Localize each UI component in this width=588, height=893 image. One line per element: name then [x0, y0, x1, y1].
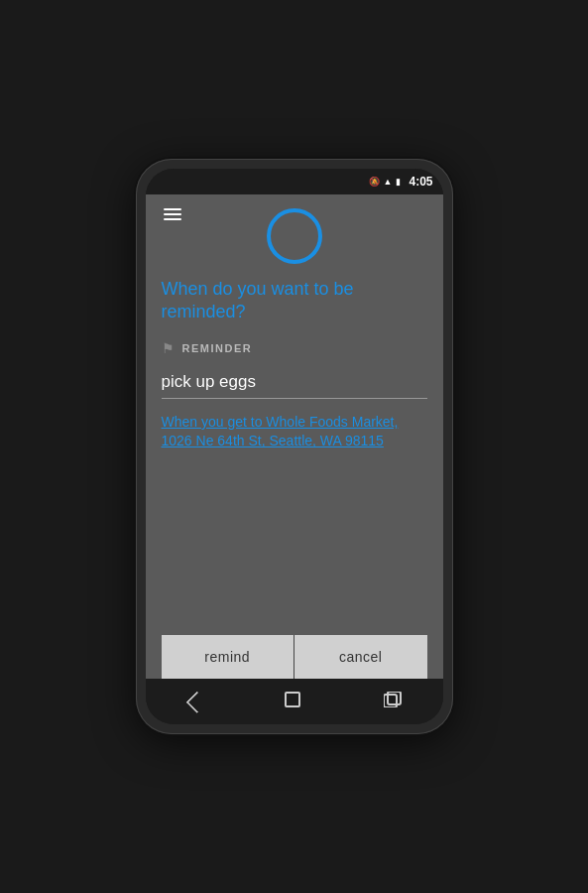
back-icon — [186, 691, 209, 713]
cortana-logo — [267, 208, 322, 264]
reminder-row: ⚑ REMINDER — [162, 340, 427, 356]
battery-icon: ▮ — [396, 177, 401, 187]
top-bar — [146, 194, 443, 264]
home-button[interactable] — [269, 684, 316, 720]
phone-screen: 🔕 ▲ ▮ 4:05 — [146, 169, 443, 724]
remind-button[interactable]: remind — [162, 635, 294, 679]
hamburger-line-2 — [164, 213, 181, 215]
cortana-logo-container — [185, 204, 404, 264]
app-screen: When do you want to be reminded? ⚑ REMIN… — [146, 194, 443, 679]
svg-rect-0 — [384, 695, 397, 707]
task-input[interactable] — [162, 368, 427, 399]
recents-icon — [384, 692, 402, 707]
hamburger-line-1 — [164, 208, 181, 210]
phone-frame: 🔕 ▲ ▮ 4:05 — [136, 159, 453, 734]
time-display: 4:05 — [409, 175, 432, 189]
location-link[interactable]: When you get to Whole Foods Market, 1026… — [162, 413, 427, 451]
svg-rect-1 — [388, 692, 401, 704]
nav-bar — [146, 679, 443, 724]
reminder-label: REMINDER — [182, 342, 253, 354]
content-area: When do you want to be reminded? ⚑ REMIN… — [146, 264, 443, 679]
recents-button[interactable] — [368, 684, 417, 720]
home-icon — [285, 692, 300, 707]
flag-icon: ⚑ — [162, 340, 175, 356]
status-icons: 🔕 ▲ ▮ 4:05 — [369, 175, 433, 189]
signal-icon: 🔕 — [369, 177, 380, 187]
reminder-question: When do you want to be reminded? — [162, 278, 427, 324]
hamburger-line-3 — [164, 218, 181, 220]
status-bar: 🔕 ▲ ▮ 4:05 — [146, 169, 443, 194]
hamburger-menu[interactable] — [160, 204, 185, 224]
cancel-button[interactable]: cancel — [294, 635, 427, 679]
button-row: remind cancel — [162, 635, 427, 679]
wifi-icon: ▲ — [384, 177, 393, 187]
back-button[interactable] — [171, 684, 218, 720]
